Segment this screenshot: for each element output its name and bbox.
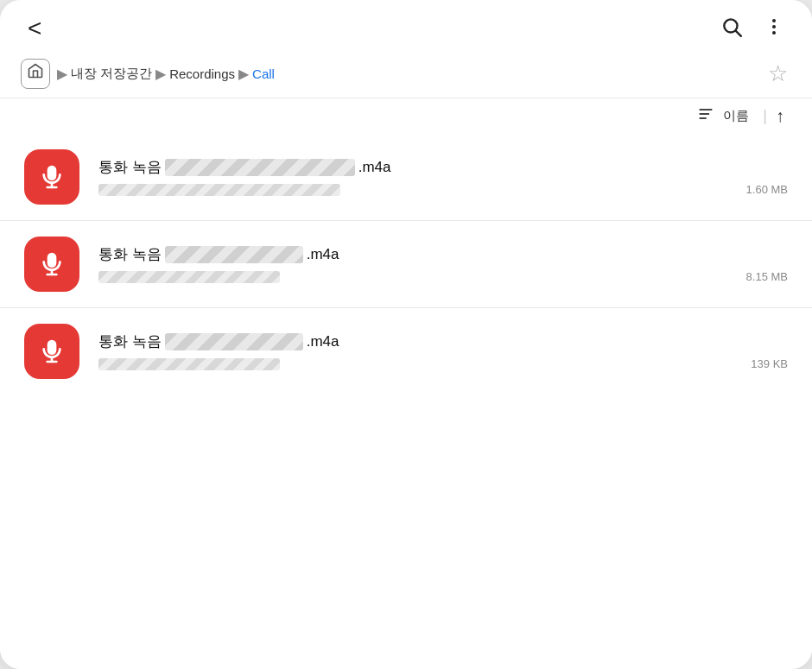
svg-rect-11	[48, 252, 57, 267]
file-name-blur	[165, 333, 303, 350]
file-icon-wrap	[24, 237, 79, 292]
file-name-prefix: 통화 녹음	[98, 244, 162, 264]
file-name-row: 통화 녹음 .m4a	[98, 331, 788, 351]
more-options-icon[interactable]	[764, 16, 784, 41]
star-icon[interactable]: ☆	[768, 60, 788, 87]
svg-point-3	[772, 25, 776, 28]
file-icon-wrap	[24, 324, 79, 379]
file-name-blur	[165, 246, 303, 263]
mic-icon	[38, 250, 66, 278]
breadcrumb-chevron-1: ▶	[57, 66, 67, 82]
file-details: 통화 녹음 .m4a 8.15 MB	[98, 244, 788, 283]
file-name-blur	[165, 159, 355, 176]
top-bar-left: <	[28, 16, 41, 41]
file-details: 통화 녹음 .m4a 139 KB	[98, 331, 788, 370]
breadcrumb-home-icon[interactable]	[21, 59, 50, 89]
file-name-prefix: 통화 녹음	[98, 331, 162, 351]
list-item[interactable]: 통화 녹음 .m4a 1.60 MB	[0, 134, 812, 221]
breadcrumb-bar: ▶ 내장 저장공간 ▶ Recordings ▶ Call ☆	[0, 50, 812, 98]
back-button[interactable]: <	[28, 16, 41, 41]
sort-label: 이름	[723, 108, 749, 124]
svg-line-1	[736, 31, 741, 36]
file-ext: .m4a	[307, 246, 339, 263]
file-name-prefix: 통화 녹음	[98, 157, 162, 177]
svg-point-4	[772, 31, 776, 35]
svg-rect-8	[48, 165, 57, 180]
file-meta-blur	[98, 358, 280, 370]
file-name-row: 통화 녹음 .m4a	[98, 244, 788, 264]
file-list: 통화 녹음 .m4a 1.60 MB	[0, 134, 812, 669]
sort-icon[interactable]	[697, 105, 714, 127]
file-name-row: 통화 녹음 .m4a	[98, 157, 788, 177]
file-meta-blur	[98, 271, 280, 283]
svg-rect-14	[48, 339, 57, 354]
top-bar: <	[0, 0, 812, 50]
search-icon[interactable]	[720, 16, 743, 41]
file-icon-wrap	[24, 149, 79, 205]
list-item[interactable]: 통화 녹음 .m4a 139 KB	[0, 308, 812, 394]
file-details: 통화 녹음 .m4a 1.60 MB	[98, 157, 788, 196]
file-meta-blur	[98, 184, 340, 196]
list-item[interactable]: 통화 녹음 .m4a 8.15 MB	[0, 221, 812, 308]
mic-icon	[38, 163, 66, 191]
top-bar-right	[720, 16, 784, 41]
file-ext: .m4a	[307, 333, 339, 350]
breadcrumb-call[interactable]: Call	[252, 66, 275, 81]
breadcrumb-chevron-2: ▶	[155, 66, 166, 82]
sort-divider: |	[763, 107, 767, 125]
sort-arrow-icon[interactable]: ↑	[776, 106, 784, 126]
file-size: 1.60 MB	[746, 183, 788, 196]
file-meta-row: 1.60 MB	[98, 183, 788, 196]
file-ext: .m4a	[358, 159, 391, 176]
phone-frame: < ▶ 내장	[0, 0, 812, 669]
file-meta-row: 8.15 MB	[98, 270, 788, 283]
breadcrumb-internal-storage[interactable]: 내장 저장공간	[71, 66, 152, 82]
breadcrumb-recordings[interactable]: Recordings	[169, 66, 235, 81]
breadcrumb-chevron-3: ▶	[238, 66, 249, 82]
sort-bar: 이름 | ↑	[0, 98, 812, 134]
mic-icon	[38, 338, 66, 365]
file-size: 8.15 MB	[746, 270, 788, 283]
file-size: 139 KB	[751, 357, 788, 370]
file-meta-row: 139 KB	[98, 357, 788, 370]
svg-point-2	[772, 19, 776, 22]
